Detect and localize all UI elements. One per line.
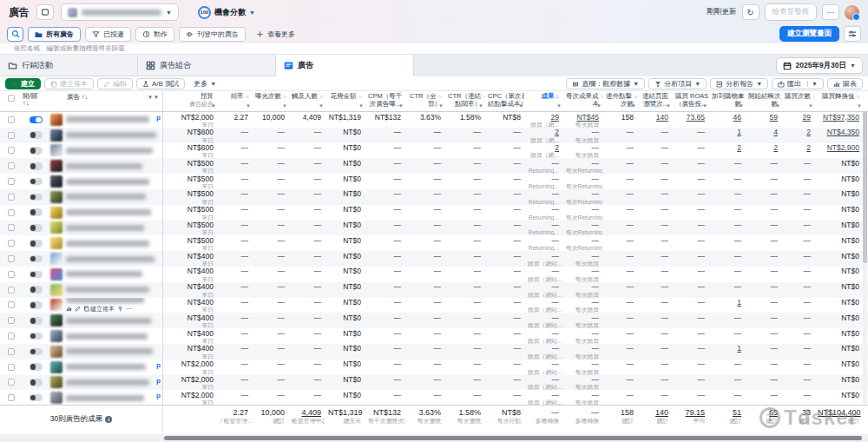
cell-value[interactable]: 73.65 bbox=[675, 114, 705, 122]
edit-icon[interactable] bbox=[75, 306, 81, 312]
column-header-cpc[interactable]: CPC（單次連結點擊成本）...▼ bbox=[484, 91, 524, 111]
row-checkbox[interactable] bbox=[0, 221, 23, 236]
chevron-down-icon[interactable]: ▼ bbox=[438, 103, 444, 109]
column-header-onoff[interactable]: 開/關↑↓ bbox=[23, 91, 49, 111]
more-options-button[interactable]: ⋯ bbox=[822, 4, 839, 20]
cell-value[interactable]: NT$4,350 bbox=[818, 129, 859, 136]
select-all-checkbox[interactable] bbox=[0, 91, 23, 111]
ad-name-cell[interactable]: p bbox=[49, 360, 163, 375]
ad-name-redacted[interactable] bbox=[66, 318, 151, 324]
chevron-down-icon[interactable]: ▼ bbox=[857, 103, 862, 109]
ad-name-redacted[interactable] bbox=[66, 379, 149, 386]
ad-name-redacted[interactable] bbox=[66, 364, 146, 370]
review-publish-button[interactable]: 檢查並發佈 bbox=[765, 3, 818, 21]
ad-name-redacted[interactable] bbox=[66, 163, 142, 169]
cell-value[interactable]: 1 bbox=[712, 299, 741, 307]
ad-name-cell[interactable] bbox=[49, 328, 163, 344]
ad-toggle[interactable] bbox=[23, 298, 49, 313]
row-checkbox[interactable] bbox=[0, 282, 23, 298]
chevron-down-icon[interactable]: ▼ bbox=[398, 103, 404, 109]
column-header-frequency[interactable]: 頻率 ↑↓▼ bbox=[217, 91, 252, 111]
ad-name-cell[interactable] bbox=[49, 143, 163, 159]
ad-toggle[interactable] bbox=[23, 360, 49, 375]
view-charts-icon[interactable] bbox=[66, 306, 72, 312]
row-checkbox[interactable] bbox=[0, 205, 23, 221]
column-header-initiate_checkout[interactable]: 開始結帳次 ↑↓數▼ bbox=[745, 91, 781, 111]
horizontal-scrollbar[interactable] bbox=[0, 434, 868, 442]
opportunity-score[interactable]: 100 機會分數 ▼ bbox=[198, 6, 255, 19]
create-button[interactable]: 建立 bbox=[5, 78, 41, 89]
summary-value[interactable]: 51 bbox=[712, 408, 741, 418]
column-header-cpm[interactable]: CPM（每千次廣告曝...▼ bbox=[365, 91, 404, 111]
ad-toggle[interactable] bbox=[23, 390, 49, 405]
row-checkbox[interactable] bbox=[0, 158, 23, 174]
ad-toggle[interactable] bbox=[23, 328, 49, 344]
column-carets-icon[interactable]: ▼▼ bbox=[148, 95, 160, 100]
row-checkbox[interactable] bbox=[0, 235, 23, 251]
column-header-cost_per_result[interactable]: 每次成果成 ↑↓本▼ bbox=[562, 91, 602, 111]
ad-toggle[interactable] bbox=[23, 267, 49, 282]
row-checkbox[interactable] bbox=[0, 344, 23, 360]
ad-name-redacted[interactable] bbox=[66, 298, 144, 303]
chevron-down-icon[interactable]: ▼ bbox=[556, 103, 562, 109]
chevron-down-icon[interactable]: ▼ bbox=[211, 103, 216, 109]
ad-name-redacted[interactable] bbox=[66, 194, 146, 200]
summary-value[interactable]: NT$104,400 bbox=[818, 408, 859, 418]
row-checkbox[interactable] bbox=[0, 360, 23, 375]
ad-name-redacted[interactable] bbox=[66, 256, 155, 262]
search-filter-input[interactable]: 依照名稱、編號或衡量指標搜尋並篩選 bbox=[0, 43, 868, 55]
cell-value[interactable]: 46 bbox=[712, 114, 741, 122]
ad-name-redacted[interactable] bbox=[66, 179, 149, 185]
ad-name-cell[interactable] bbox=[49, 128, 163, 143]
匯出-button[interactable]: 匯出▼ bbox=[772, 78, 824, 89]
row-checkbox[interactable] bbox=[0, 112, 23, 128]
ad-toggle[interactable] bbox=[23, 143, 49, 159]
date-range-button[interactable]: 2025年9月30日 ▼ bbox=[776, 57, 863, 74]
ad-name-redacted[interactable] bbox=[66, 395, 144, 401]
row-checkbox[interactable] bbox=[0, 328, 23, 344]
vertical-scrollbar-thumb[interactable] bbox=[863, 111, 867, 263]
cell-value[interactable]: 4 bbox=[748, 129, 778, 136]
ad-name-redacted[interactable] bbox=[66, 116, 149, 122]
更多-button[interactable]: 更多▼ bbox=[188, 78, 221, 89]
row-checkbox[interactable] bbox=[0, 189, 23, 205]
column-header-reach[interactable]: 觸及人數 ↑↓▼ bbox=[288, 91, 325, 111]
row-checkbox[interactable] bbox=[0, 174, 23, 189]
row-checkbox[interactable] bbox=[0, 390, 23, 405]
summary-value[interactable]: 4,409 bbox=[292, 408, 321, 418]
ad-toggle[interactable] bbox=[23, 221, 49, 236]
chevron-down-icon[interactable]: ▼ bbox=[282, 103, 287, 109]
ad-toggle[interactable] bbox=[23, 375, 49, 391]
row-checkbox[interactable] bbox=[0, 298, 23, 313]
ad-toggle[interactable] bbox=[23, 205, 49, 221]
column-header-results[interactable]: 成果 ↓▼ bbox=[524, 91, 562, 111]
chevron-down-icon[interactable]: ▼ bbox=[666, 103, 671, 109]
column-header-outbound_clicks[interactable]: 連外點擊 ↑↓次數▼ bbox=[602, 91, 637, 111]
A/B 測試-button[interactable]: A/B 測試 bbox=[136, 78, 185, 89]
asset-window-button[interactable] bbox=[36, 4, 54, 20]
cell-value[interactable]: NT$97,350 bbox=[818, 114, 859, 122]
column-header-budget[interactable]: 預算廣告組合▼ bbox=[163, 91, 217, 111]
search-button[interactable] bbox=[7, 27, 23, 42]
ad-name-cell[interactable] bbox=[49, 158, 163, 174]
ad-name-cell[interactable] bbox=[49, 251, 163, 267]
ad-toggle[interactable] bbox=[23, 128, 49, 143]
row-checkbox[interactable] bbox=[0, 267, 23, 282]
ad-toggle[interactable] bbox=[23, 235, 49, 251]
圖表-button[interactable]: 圖表 bbox=[827, 78, 863, 89]
cell-value[interactable]: 140 bbox=[641, 114, 668, 122]
horizontal-scrollbar-thumb[interactable] bbox=[164, 436, 862, 440]
chevron-down-icon[interactable]: ▼ bbox=[319, 103, 324, 109]
ad-name-cell[interactable]: 建立複本 bbox=[49, 298, 163, 313]
tab-廣告[interactable]: 廣告 bbox=[276, 55, 414, 76]
ad-toggle[interactable] bbox=[23, 313, 49, 328]
ad-name-cell[interactable] bbox=[49, 189, 163, 205]
ad-toggle[interactable] bbox=[23, 251, 49, 267]
ad-toggle[interactable] bbox=[23, 112, 49, 128]
chevron-down-icon[interactable]: ▼ bbox=[631, 103, 636, 109]
ad-name-cell[interactable]: p bbox=[49, 390, 163, 405]
tab-行銷活動[interactable]: 行銷活動 bbox=[0, 55, 138, 76]
more-icon[interactable] bbox=[126, 306, 132, 312]
ad-toggle[interactable] bbox=[23, 282, 49, 298]
ad-name-cell[interactable] bbox=[49, 235, 163, 251]
